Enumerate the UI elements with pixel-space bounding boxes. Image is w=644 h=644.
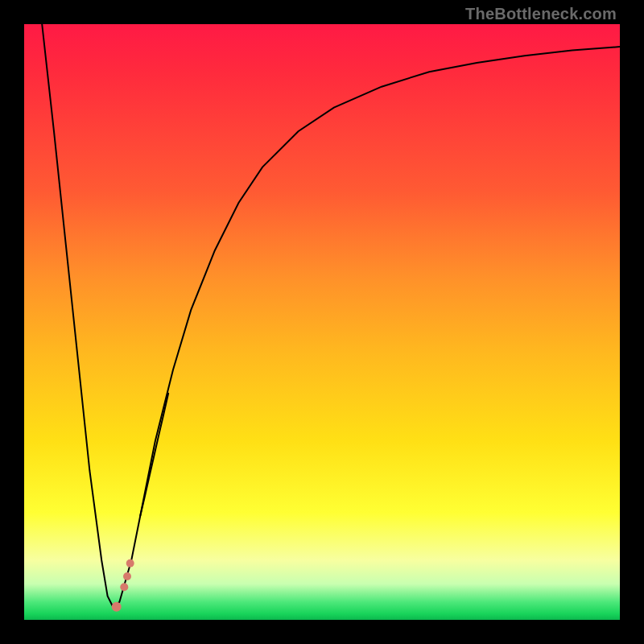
cluster-point bbox=[120, 583, 128, 591]
watermark-text: TheBottleneck.com bbox=[465, 5, 617, 23]
bottleneck-curve bbox=[42, 24, 620, 608]
cluster-point bbox=[112, 602, 122, 612]
highlighted-cluster bbox=[112, 394, 168, 612]
cluster-point bbox=[126, 559, 134, 568]
chart-frame: TheBottleneck.com bbox=[0, 0, 644, 644]
cluster-point bbox=[123, 572, 131, 580]
cluster-blob bbox=[140, 394, 168, 516]
chart-svg bbox=[24, 24, 620, 620]
